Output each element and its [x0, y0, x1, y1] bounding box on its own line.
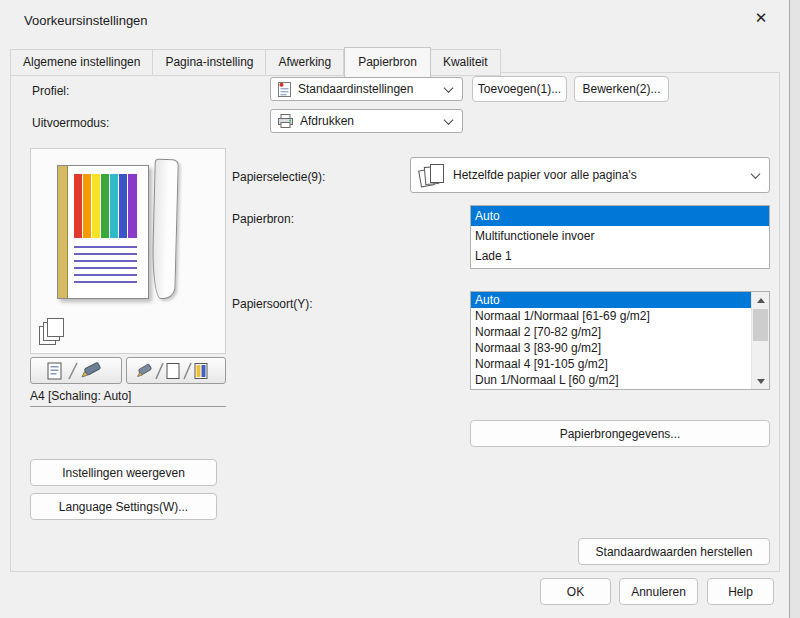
list-item[interactable]: Auto	[471, 206, 769, 226]
show-settings-button[interactable]: Instellingen weergeven	[30, 459, 217, 486]
output-mode-value: Afdrukken	[300, 114, 354, 128]
list-item[interactable]: Normaal 1/Normaal [61-69 g/m2]	[471, 308, 752, 324]
output-mode-combobox[interactable]: Afdrukken	[270, 109, 463, 133]
list-item[interactable]: Normaal 3 [83-90 g/m2]	[471, 340, 752, 356]
chevron-up-icon	[757, 298, 765, 303]
tab-pagina-instelling[interactable]: Pagina-instelling	[153, 49, 266, 76]
chevron-down-icon	[757, 379, 765, 384]
preview-color-stripes	[74, 174, 137, 238]
chevron-down-icon	[444, 83, 454, 93]
list-item[interactable]: Multifunctionele invoer	[471, 226, 769, 246]
scroll-down-button[interactable]	[752, 373, 769, 389]
scroll-up-button[interactable]	[752, 292, 769, 308]
settings-view-toggle-button[interactable]	[126, 357, 226, 384]
stacked-pages-icon	[37, 315, 69, 347]
stacked-pages-icon	[417, 161, 447, 189]
print-preview-panel	[30, 148, 226, 354]
scrollbar[interactable]	[751, 292, 769, 389]
profile-value: Standaardinstellingen	[298, 82, 413, 96]
paper-source-items: Auto Multifunctionele invoer Lade 1	[471, 206, 769, 266]
close-icon[interactable]: ✕	[739, 2, 783, 34]
paper-source-info-button[interactable]: Papierbrongegevens...	[470, 420, 770, 447]
list-item[interactable]: Dun 1/Normaal L [60 g/m2]	[471, 372, 752, 388]
restore-defaults-button[interactable]: Standaardwaarden herstellen	[578, 538, 770, 565]
chevron-down-icon	[751, 169, 761, 179]
preview-status-text: A4 [Schaling: Auto]	[30, 389, 226, 407]
edit-profile-button[interactable]: Bewerken(2)...	[574, 76, 669, 102]
help-button[interactable]: Help	[707, 578, 774, 605]
profile-document-icon	[277, 81, 292, 98]
printer-preferences-dialog: Voorkeursinstellingen ✕ Algemene instell…	[0, 0, 790, 618]
profile-combobox[interactable]: Standaardinstellingen	[270, 77, 463, 101]
scroll-thumb[interactable]	[753, 309, 768, 341]
window-title: Voorkeursinstellingen	[24, 13, 148, 28]
add-profile-button[interactable]: Toevoegen(1)...	[472, 76, 567, 102]
list-item[interactable]: Normaal 2 [70-82 g/m2]	[471, 324, 752, 340]
paper-type-label: Papiersoort(Y):	[232, 297, 313, 311]
tab-afwerking[interactable]: Afwerking	[266, 49, 344, 76]
paper-source-list: Auto Multifunctionele invoer Lade 1	[470, 205, 770, 269]
cancel-button[interactable]: Annuleren	[619, 578, 698, 605]
profile-label: Profiel:	[32, 84, 69, 98]
paper-selection-combobox[interactable]: Hetzelfde papier voor alle pagina's	[410, 157, 770, 193]
language-settings-button[interactable]: Language Settings(W)...	[30, 493, 217, 520]
chevron-down-icon	[444, 115, 454, 125]
tab-papierbron[interactable]: Papierbron	[344, 47, 431, 77]
tab-strip: Algemene instellingen Pagina-instelling …	[10, 47, 501, 76]
printer-icon	[277, 113, 294, 129]
preview-view-toggle-button[interactable]	[30, 357, 122, 384]
preview-page	[57, 165, 149, 299]
list-item[interactable]: Lade 1	[471, 246, 769, 266]
paper-type-list: Auto Normaal 1/Normaal [61-69 g/m2] Norm…	[470, 291, 770, 390]
ok-button[interactable]: OK	[540, 578, 611, 605]
paper-selection-value: Hetzelfde papier voor alle pagina's	[453, 168, 637, 182]
preview-curled-page	[151, 159, 179, 300]
paper-type-items: Auto Normaal 1/Normaal [61-69 g/m2] Norm…	[471, 292, 752, 388]
preview-text-lines	[74, 246, 137, 287]
output-mode-label: Uitvoermodus:	[32, 116, 109, 130]
list-item[interactable]: Auto	[471, 292, 752, 308]
paper-source-label: Papierbron:	[232, 212, 294, 226]
pen-page-colorpage-icon	[135, 361, 217, 381]
list-item[interactable]: Normaal 4 [91-105 g/m2]	[471, 356, 752, 372]
page-and-pen-icon	[41, 361, 111, 381]
preview-page-binding	[58, 166, 68, 298]
tab-algemene-instellingen[interactable]: Algemene instellingen	[10, 49, 153, 76]
paper-selection-label: Papierselectie(9):	[232, 170, 325, 184]
tab-kwaliteit[interactable]: Kwaliteit	[431, 49, 501, 76]
